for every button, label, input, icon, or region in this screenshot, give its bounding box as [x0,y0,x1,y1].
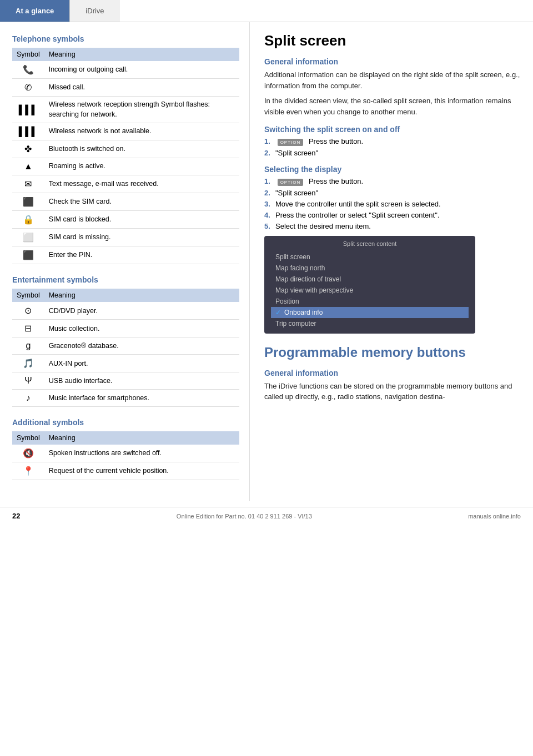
tab-at-a-glance-label: At a glance [16,7,54,15]
entertainment-symbols-table: Symbol Meaning ⊙CD/DVD player.⊟Music col… [12,289,239,407]
main-content: Telephone symbols Symbol Meaning 📞Incomi… [0,22,533,501]
symbol-cell: ▌▌▌ [12,123,44,140]
tel-col-symbol: Symbol [12,48,44,61]
switching-steps: 1. OPTION Press the button. 2. "Split sc… [264,137,521,157]
meaning-cell: Music collection. [44,320,239,337]
sel-step-4: 4. Press the controller or select "Split… [264,211,521,219]
footer-copyright: Online Edition for Part no. 01 40 2 911 … [177,513,312,520]
symbol-cell: ⊙ [12,302,44,320]
symbol-cell: ✉ [12,175,44,193]
meaning-cell: USB audio interface. [44,372,239,390]
screenshot-menu-item: Map direction of travel [271,274,469,285]
sel-step-3: 3. Move the controller until the split s… [264,200,521,208]
top-navigation: At a glance iDrive [0,0,533,22]
symbol-cell: ✆ [12,79,44,97]
table-row: ΨUSB audio interface. [12,372,239,390]
meaning-cell: Missed call. [44,79,239,97]
table-row: ▌▌▌Wireless network is not available. [12,123,239,140]
additional-section-title: Additional symbols [12,418,239,427]
symbol-cell: 🎵 [12,355,44,372]
meaning-cell: Incoming or outgoing call. [44,61,239,79]
table-row: ▌▌▌Wireless network reception strength S… [12,97,239,123]
switching-title: Switching the split screen on and off [264,125,521,134]
add-col-meaning: Meaning [44,431,239,445]
table-row: ✤Bluetooth is switched on. [12,140,239,158]
symbol-cell: g [12,337,44,355]
ent-col-meaning: Meaning [44,289,239,302]
footer-domain: manuals online.info [468,513,521,520]
meaning-cell: Gracenote® database. [44,337,239,355]
additional-symbols-table: Symbol Meaning 🔇Spoken instructions are … [12,431,239,480]
table-row: ⊙CD/DVD player. [12,302,239,320]
table-row: 📍Request of the current vehicle position… [12,462,239,480]
ent-col-symbol: Symbol [12,289,44,302]
sel-step4-text: Press the controller or select "Split sc… [275,211,439,219]
symbol-cell: ⬛ [12,246,44,264]
meaning-cell: Check the SIM card. [44,193,239,211]
tel-col-meaning: Meaning [44,48,239,61]
sel-step-1: 1. OPTION Press the button. [264,177,521,186]
sel-step3-text: Move the controller until the split scre… [275,200,441,208]
table-row: 🎵AUX-IN port. [12,355,239,372]
symbol-cell: 🔒 [12,211,44,229]
meaning-cell: Enter the PIN. [44,246,239,264]
switch-step-2: 2. "Split screen" [264,149,521,157]
footer: 22 Online Edition for Part no. 01 40 2 9… [0,507,533,525]
option-button-icon2: OPTION [278,179,304,186]
meaning-cell: Music interface for smartphones. [44,390,239,407]
table-row: 📞Incoming or outgoing call. [12,61,239,79]
left-column: Telephone symbols Symbol Meaning 📞Incomi… [0,22,250,501]
screenshot-menu-item: Trip computer [271,318,469,329]
symbol-cell: ♪ [12,390,44,407]
symbol-cell: Ψ [12,372,44,390]
meaning-cell: Request of the current vehicle position. [44,462,239,480]
meaning-cell: Bluetooth is switched on. [44,140,239,158]
symbol-cell: 🔇 [12,445,44,462]
tab-idrive[interactable]: iDrive [69,0,119,22]
entertainment-section-title: Entertainment symbols [12,275,239,284]
table-row: 🔒SIM card is blocked. [12,211,239,229]
sel-step1-text: Press the button. [309,177,363,185]
switch-step-1: 1. OPTION Press the button. [264,137,521,146]
right-column: Split screen General information Additio… [250,22,533,501]
meaning-cell: SIM card is missing. [44,229,239,246]
screenshot-title: Split screen content [271,240,469,247]
meaning-cell: Spoken instructions are switched off. [44,445,239,462]
meaning-cell: CD/DVD player. [44,302,239,320]
symbol-cell: 📍 [12,462,44,480]
meaning-cell: Text message, e-mail was received. [44,175,239,193]
prog-general-info-title: General information [264,369,521,377]
selecting-steps: 1. OPTION Press the button. 2. "Split sc… [264,177,521,230]
meaning-cell: SIM card is blocked. [44,211,239,229]
symbol-cell: ▲ [12,158,44,175]
table-row: ▲Roaming is active. [12,158,239,175]
screenshot-menu-item: Position [271,296,469,307]
symbol-cell: ⬜ [12,229,44,246]
prog-general-info-text: The iDrive functions can be stored on th… [264,381,521,402]
telephone-symbols-table: Symbol Meaning 📞Incoming or outgoing cal… [12,48,239,264]
table-row: ♪Music interface for smartphones. [12,390,239,407]
table-row: gGracenote® database. [12,337,239,355]
switch-step2-text: "Split screen" [275,149,318,157]
tab-at-a-glance[interactable]: At a glance [0,0,69,22]
symbol-cell: ⊟ [12,320,44,337]
add-col-symbol: Symbol [12,431,44,445]
screenshot-menu-item: Map view with perspective [271,285,469,296]
sel-step2-text: "Split screen" [275,189,318,197]
table-row: ⊟Music collection. [12,320,239,337]
tab-idrive-label: iDrive [86,7,104,15]
split-screen-title: Split screen [264,32,521,49]
meaning-cell: AUX-IN port. [44,355,239,372]
screenshot-menu-item: Onboard info [271,307,469,318]
split-general-info-text1: Additional information can be displayed … [264,69,521,91]
meaning-cell: Roaming is active. [44,158,239,175]
screenshot-menu-item: Map facing north [271,263,469,274]
sel-step-5: 5. Select the desired menu item. [264,222,521,230]
screenshot-menu-item: Split screen [271,251,469,263]
screenshot-items: Split screenMap facing northMap directio… [271,251,469,329]
selecting-title: Selecting the display [264,165,521,174]
split-general-info-title: General information [264,57,521,66]
telephone-section-title: Telephone symbols [12,34,239,43]
sel-step5-text: Select the desired menu item. [275,222,371,230]
symbol-cell: ⬛ [12,193,44,211]
